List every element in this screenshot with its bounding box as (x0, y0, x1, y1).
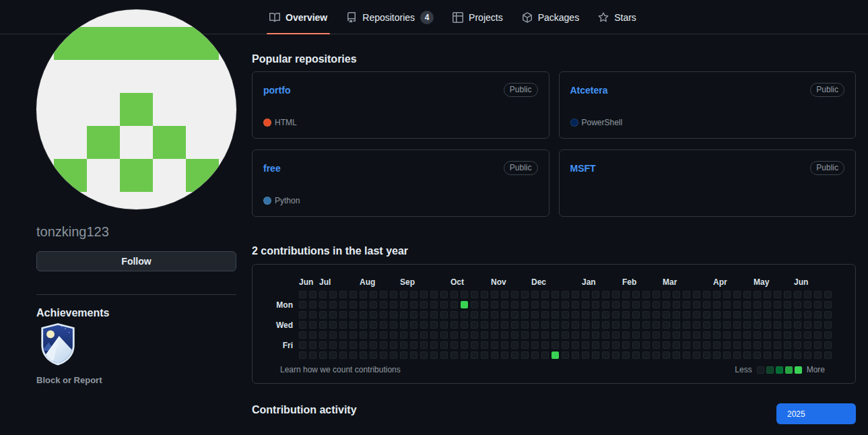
contribution-cell[interactable] (349, 321, 357, 329)
contribution-cell[interactable] (531, 311, 539, 319)
contribution-cell[interactable] (602, 341, 609, 349)
contribution-cell[interactable] (299, 352, 306, 359)
contribution-cell[interactable] (531, 352, 539, 359)
contribution-cell[interactable] (632, 331, 640, 339)
contribution-cell[interactable] (814, 331, 822, 339)
contribution-cell[interactable] (481, 341, 488, 349)
contribution-cell[interactable] (774, 311, 781, 319)
contribution-cell[interactable] (339, 301, 347, 308)
contribution-cell[interactable] (733, 311, 741, 319)
contribution-cell[interactable] (430, 341, 438, 349)
contribution-cell[interactable] (582, 291, 589, 298)
contribution-cell[interactable] (521, 291, 529, 298)
contribution-cell[interactable] (794, 341, 801, 349)
contribution-cell[interactable] (632, 321, 640, 329)
contribution-cell[interactable] (673, 352, 680, 359)
contribution-cell[interactable] (491, 341, 498, 349)
contribution-cell[interactable] (723, 291, 731, 298)
contribution-cell[interactable] (410, 291, 418, 298)
contribution-cell[interactable] (370, 301, 377, 308)
contribution-cell[interactable] (329, 291, 337, 298)
contribution-cell[interactable] (673, 291, 680, 298)
contribution-cell[interactable] (754, 321, 761, 329)
contribution-cell[interactable] (693, 311, 700, 319)
contribution-cell[interactable] (622, 341, 630, 349)
contribution-cell[interactable] (319, 341, 327, 349)
contribution-cell[interactable] (572, 341, 579, 349)
contribution-cell[interactable] (703, 301, 710, 308)
contribution-cell[interactable] (592, 321, 599, 329)
contribution-cell[interactable] (814, 352, 822, 359)
contribution-cell[interactable] (390, 301, 397, 308)
contribution-cell[interactable] (592, 352, 599, 359)
contribution-cell[interactable] (784, 291, 791, 298)
contribution-cell[interactable] (461, 311, 468, 319)
contribution-cell[interactable] (733, 352, 741, 359)
contribution-cell[interactable] (703, 352, 710, 359)
contribution-cell[interactable] (360, 321, 367, 329)
contribution-cell[interactable] (713, 352, 721, 359)
contribution-cell[interactable] (299, 341, 306, 349)
contribution-cell[interactable] (754, 341, 761, 349)
contribution-cell[interactable] (349, 341, 357, 349)
contribution-cell[interactable] (592, 291, 599, 298)
contribution-cell[interactable] (683, 311, 690, 319)
contribution-cell[interactable] (774, 352, 781, 359)
contribution-cell[interactable] (531, 301, 539, 308)
contribution-cell[interactable] (380, 301, 387, 308)
contribution-cell[interactable] (804, 311, 811, 319)
contribution-cell[interactable] (693, 352, 700, 359)
contribution-cell[interactable] (764, 301, 771, 308)
contribution-cell[interactable] (632, 352, 640, 359)
contribution-cell[interactable] (642, 291, 650, 298)
year-2025-button[interactable]: 2025 (776, 403, 856, 424)
contribution-cell[interactable] (400, 311, 407, 319)
contribution-cell[interactable] (774, 291, 781, 298)
contribution-cell[interactable] (642, 321, 650, 329)
contribution-cell[interactable] (582, 311, 589, 319)
contribution-cell[interactable] (713, 341, 721, 349)
contribution-cell[interactable] (582, 301, 589, 308)
contribution-cell[interactable] (319, 291, 327, 298)
contribution-cell[interactable] (683, 321, 690, 329)
contribution-cell[interactable] (754, 331, 761, 339)
contribution-cell[interactable] (592, 301, 599, 308)
contribution-cell[interactable] (491, 321, 498, 329)
contribution-cell[interactable] (329, 321, 337, 329)
contribution-cell[interactable] (309, 291, 316, 298)
contribution-cell[interactable] (440, 291, 448, 298)
contribution-cell[interactable] (723, 311, 731, 319)
contribution-cell[interactable] (703, 311, 710, 319)
contribution-cell[interactable] (703, 291, 710, 298)
contribution-cell[interactable] (319, 331, 327, 339)
contribution-cell[interactable] (521, 301, 529, 308)
contribution-cell[interactable] (743, 311, 751, 319)
contribution-cell[interactable] (814, 291, 822, 298)
contribution-cell[interactable] (370, 321, 377, 329)
contribution-cell[interactable] (562, 291, 569, 298)
contribution-cell[interactable] (471, 301, 478, 308)
contribution-cell[interactable] (693, 301, 700, 308)
contribution-cell[interactable] (450, 291, 458, 298)
contribution-cell[interactable] (713, 301, 721, 308)
contribution-cell[interactable] (642, 331, 650, 339)
block-or-report-link[interactable]: Block or Report (36, 375, 102, 385)
contribution-cell[interactable] (814, 321, 822, 329)
contribution-cell[interactable] (430, 321, 438, 329)
contribution-cell[interactable] (461, 352, 468, 359)
contribution-cell[interactable] (774, 321, 781, 329)
contribution-cell[interactable] (339, 291, 347, 298)
repo-link[interactable]: free (263, 163, 281, 174)
contribution-cell[interactable] (420, 321, 428, 329)
contribution-cell[interactable] (461, 291, 468, 298)
contribution-cell[interactable] (663, 311, 670, 319)
contribution-cell[interactable] (380, 331, 387, 339)
contribution-cell[interactable] (562, 301, 569, 308)
contribution-cell[interactable] (622, 321, 630, 329)
contribution-cell[interactable] (370, 352, 377, 359)
contribution-cell[interactable] (440, 311, 448, 319)
contribution-cell[interactable] (410, 301, 418, 308)
contribution-cell[interactable] (511, 321, 519, 329)
contribution-cell[interactable] (461, 301, 468, 308)
contribution-cell[interactable] (794, 352, 801, 359)
